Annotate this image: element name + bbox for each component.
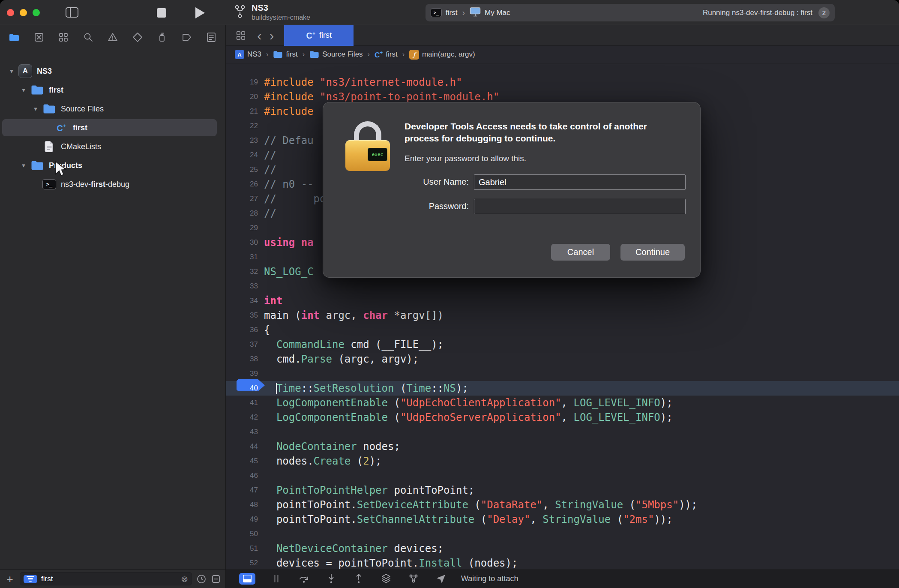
pause-icon[interactable] — [270, 572, 283, 585]
sidebar-item-ns3-dev-first-debug[interactable]: >_ns3-dev-first-debug — [0, 175, 225, 194]
sidebar-item-first[interactable]: C+first — [0, 118, 225, 137]
folder-icon — [29, 160, 45, 171]
stop-button[interactable] — [157, 8, 166, 18]
issues-badge[interactable]: 2 — [818, 7, 830, 18]
tab-first[interactable]: C+ first — [284, 25, 354, 46]
disclosure-triangle[interactable]: ▾ — [18, 162, 29, 169]
breadcrumb-item[interactable]: ANS3 — [235, 50, 261, 59]
step-over-icon[interactable] — [297, 572, 310, 585]
folder-icon — [29, 85, 45, 95]
password-label: Password: — [366, 201, 469, 211]
filter-icon — [24, 575, 37, 583]
project-subtitle: buildsystem-cmake — [252, 14, 310, 21]
debug-bar: Waiting to attach — [226, 569, 899, 588]
sidebar-item-first[interactable]: ▾first — [0, 81, 225, 99]
mouse-cursor — [54, 161, 67, 179]
find-navigator-icon[interactable] — [81, 30, 96, 45]
breadcrumb: ANS3›first›Source Files›C+first›ƒmain(ar… — [226, 46, 899, 63]
code-line-19: 19#include "ns3/internet-module.h" — [226, 75, 899, 90]
password-input[interactable] — [474, 199, 686, 214]
add-button[interactable]: + — [4, 573, 15, 585]
sidebar-item-products[interactable]: ▾Products — [0, 156, 225, 175]
project-navigator-icon[interactable] — [7, 30, 21, 45]
filter-bar: + first ⊗ — [0, 569, 225, 588]
tab-bar: ‹ › C+ first — [226, 25, 899, 46]
breadcrumb-item[interactable]: first — [273, 50, 297, 59]
scheme-target-icon: >_ — [431, 8, 442, 17]
debug-navigator-icon[interactable] — [155, 30, 169, 45]
doc-icon — [41, 141, 57, 153]
scheme-name[interactable]: first — [446, 9, 457, 17]
recent-files-icon[interactable] — [196, 574, 207, 584]
text-cursor — [276, 383, 277, 394]
breadcrumb-separator: › — [367, 51, 371, 58]
cancel-button[interactable]: Cancel — [551, 244, 610, 261]
breakpoint-navigator-icon[interactable] — [180, 30, 194, 45]
code-line-46: 46 — [226, 468, 899, 483]
code-line-48: 48 pointToPoint.SetDeviceAttribute ("Dat… — [226, 498, 899, 512]
destination-name[interactable]: My Mac — [485, 9, 510, 17]
sidebar-toggle-icon[interactable] — [65, 6, 79, 20]
scheme-selector[interactable]: >_ first › My Mac — [431, 7, 510, 19]
breadcrumb-item[interactable]: ƒmain(argc, argv) — [409, 50, 475, 60]
code-line-34: 34int — [226, 294, 899, 308]
project-tree: ▾ANS3▾first▾Source FilesC+firstCMakeList… — [0, 62, 225, 194]
back-icon[interactable]: ‹ — [257, 29, 262, 42]
source-control-navigator-icon[interactable] — [32, 30, 46, 45]
report-navigator-icon[interactable] — [204, 30, 219, 45]
destination-mac-icon — [470, 7, 481, 19]
simulate-location-icon[interactable] — [435, 572, 447, 585]
xcode-window: NS3 buildsystem-cmake >_ first › My Mac … — [0, 0, 899, 588]
source-control-filter-icon[interactable] — [211, 574, 221, 584]
symbol-navigator-icon[interactable] — [56, 30, 71, 45]
debug-area-toggle-icon[interactable] — [239, 573, 255, 585]
memory-graph-icon[interactable] — [407, 572, 420, 585]
sidebar-item-ns3[interactable]: ▾ANS3 — [0, 62, 225, 81]
forward-icon[interactable]: › — [270, 29, 274, 42]
cpp-icon: C+ — [53, 123, 69, 132]
continue-button[interactable]: Continue — [620, 244, 685, 261]
username-label: User Name: — [366, 177, 469, 187]
project-icon: A — [17, 64, 33, 78]
navigator-sidebar: ▾ANS3▾first▾Source FilesC+firstCMakeList… — [0, 25, 226, 588]
run-button[interactable] — [195, 7, 205, 18]
filter-input[interactable]: first — [41, 575, 177, 583]
breadcrumb-item[interactable]: C+first — [375, 50, 398, 59]
code-line-40: 40 Time::SetResolution (Time::NS); — [226, 381, 899, 396]
step-into-icon[interactable] — [325, 572, 338, 585]
test-navigator-icon[interactable] — [130, 30, 145, 45]
code-line-38: 38 cmd.Parse (argc, argv); — [226, 352, 899, 366]
clear-filter-icon[interactable]: ⊗ — [181, 574, 188, 584]
debug-status: Waiting to attach — [461, 574, 518, 583]
filter-field[interactable]: first ⊗ — [20, 572, 192, 585]
disclosure-triangle[interactable]: ▾ — [18, 86, 29, 94]
code-line-39: 39 — [226, 366, 899, 381]
sidebar-item-source-files[interactable]: ▾Source Files — [0, 99, 225, 118]
step-out-icon[interactable] — [352, 572, 365, 585]
terminal-icon: >_ — [41, 179, 57, 189]
sidebar-item-cmakelists[interactable]: CMakeLists — [0, 137, 225, 156]
code-line-50: 50 — [226, 527, 899, 541]
breadcrumb-separator: › — [302, 51, 306, 58]
breadcrumb-separator: › — [402, 51, 405, 58]
code-line-51: 51 NetDeviceContainer devices; — [226, 541, 899, 556]
disclosure-triangle[interactable]: ▾ — [30, 105, 41, 113]
minimize-button[interactable] — [20, 9, 27, 16]
code-line-44: 44 NodeContainer nodes; — [226, 439, 899, 454]
close-button[interactable] — [7, 9, 14, 16]
breadcrumb-item[interactable]: Source Files — [309, 50, 363, 59]
folder-icon — [309, 51, 319, 58]
navigator-bar — [0, 25, 225, 49]
lock-icon: exec — [345, 120, 390, 173]
activity-status[interactable]: Running ns3-dev-first-debug : first 2 — [703, 7, 830, 18]
disclosure-triangle[interactable]: ▾ — [6, 67, 17, 75]
zoom-button[interactable] — [33, 9, 40, 16]
issue-navigator-icon[interactable] — [105, 30, 120, 45]
username-input[interactable] — [474, 174, 686, 190]
exec-badge: exec — [368, 148, 387, 161]
breadcrumb-separator: › — [265, 51, 269, 58]
view-hierarchy-icon[interactable] — [380, 572, 393, 585]
code-line-52: 52 devices = pointToPoint.Install (nodes… — [226, 556, 899, 569]
related-items-icon[interactable] — [236, 30, 246, 41]
code-line-49: 49 pointToPoint.SetChannelAttribute ("De… — [226, 512, 899, 527]
